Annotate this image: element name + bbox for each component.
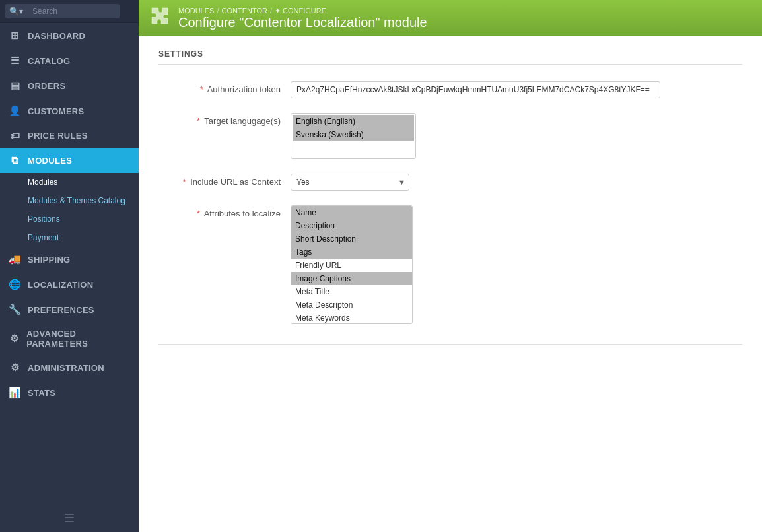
sidebar: 🔍▾ ⊞ DASHBOARD ☰ CATALOG ▤ ORDERS 👤 CUST… — [0, 0, 139, 532]
catalog-icon: ☰ — [8, 55, 22, 67]
attributes-label: * Attributes to localize — [158, 205, 291, 218]
sidebar-bottom: ☰ — [0, 504, 139, 532]
sidebar-sub-positions[interactable]: Positions — [0, 210, 139, 228]
search-input[interactable] — [27, 4, 120, 18]
required-star: * — [200, 84, 203, 94]
attr-option-name[interactable]: Name — [291, 206, 412, 219]
main-content: MODULES / CONTENTOR / ✦ CONFIGURE Config… — [139, 0, 762, 532]
authorization-token-label: * Authorization token — [158, 81, 291, 94]
breadcrumb: MODULES / CONTENTOR / ✦ CONFIGURE — [178, 7, 427, 15]
page-title: Configure "Contentor Localization" modul… — [178, 15, 427, 30]
required-star3: * — [183, 177, 186, 187]
modules-icon: ⧉ — [8, 154, 22, 166]
top-header: MODULES / CONTENTOR / ✦ CONFIGURE Config… — [139, 0, 762, 36]
sidebar-sub-modules-themes-catalog[interactable]: Modules & Themes Catalog — [0, 191, 139, 210]
attributes-select[interactable]: Name Description Short Description Tags … — [291, 205, 413, 324]
sidebar-item-price-rules[interactable]: 🏷 PRICE RULES — [0, 123, 139, 148]
breadcrumb-contentor[interactable]: CONTENTOR — [221, 7, 267, 15]
sidebar-item-shipping[interactable]: 🚚 SHIPPING — [0, 247, 139, 272]
header-content: MODULES / CONTENTOR / ✦ CONFIGURE Config… — [178, 7, 427, 30]
localization-icon: 🌐 — [8, 279, 22, 290]
attr-option-description[interactable]: Description — [291, 219, 412, 232]
sidebar-item-preferences[interactable]: 🔧 PREFERENCES — [0, 297, 139, 322]
section-divider — [158, 344, 742, 345]
attr-option-meta-keywords[interactable]: Meta Keywords — [291, 312, 412, 324]
target-language-label: * Target langugage(s) — [158, 113, 291, 126]
search-icon: 🔍 — [9, 7, 19, 16]
sidebar-item-advanced-parameters[interactable]: ⚙ ADVANCED PARAMETERS — [0, 322, 139, 355]
required-star2: * — [197, 116, 200, 126]
include-url-select[interactable]: Yes No — [291, 174, 409, 191]
sidebar-sub-payment[interactable]: Payment — [0, 228, 139, 247]
attr-option-friendly-url[interactable]: Friendly URL — [291, 259, 412, 272]
target-language-select[interactable]: English (English) Svenska (Swedish) — [291, 113, 416, 159]
sidebar-item-dashboard[interactable]: ⊞ DASHBOARD — [0, 23, 139, 48]
breadcrumb-configure: ✦ CONFIGURE — [275, 7, 326, 15]
required-star4: * — [197, 209, 200, 218]
target-language-wrap: English (English) Svenska (Swedish) — [291, 113, 742, 159]
advanced-icon: ⚙ — [8, 333, 21, 345]
sidebar-item-localization[interactable]: 🌐 LOCALIZATION — [0, 272, 139, 297]
orders-icon: ▤ — [8, 80, 22, 92]
preferences-icon: 🔧 — [8, 304, 22, 316]
target-language-row: * Target langugage(s) English (English) … — [158, 113, 742, 159]
authorization-token-row: * Authorization token — [158, 81, 742, 98]
include-url-label: * Include URL as Context — [158, 174, 291, 187]
attr-option-meta-title[interactable]: Meta Title — [291, 285, 412, 298]
include-url-select-wrap: Yes No ▼ — [291, 174, 409, 191]
module-icon — [149, 5, 170, 31]
include-url-wrap: Yes No ▼ — [291, 174, 742, 191]
search-button[interactable]: 🔍▾ — [5, 4, 27, 18]
settings-content: SETTINGS * Authorization token * Target … — [139, 36, 762, 532]
admin-icon: ⚙ — [8, 362, 22, 374]
shipping-icon: 🚚 — [8, 253, 22, 265]
stats-icon: 📊 — [8, 387, 22, 399]
breadcrumb-sep1: / — [217, 7, 219, 15]
include-url-row: * Include URL as Context Yes No ▼ — [158, 174, 742, 191]
sidebar-item-modules[interactable]: ⧉ MODULES — [0, 148, 139, 173]
sidebar-sub-modules[interactable]: Modules — [0, 173, 139, 191]
language-option-sv[interactable]: Svenska (Swedish) — [293, 128, 414, 141]
price-rules-icon: 🏷 — [8, 130, 22, 141]
attr-option-meta-desc[interactable]: Meta Descripton — [291, 298, 412, 312]
authorization-token-wrap — [291, 81, 742, 98]
sidebar-item-customers[interactable]: 👤 CUSTOMERS — [0, 98, 139, 123]
language-option-en[interactable]: English (English) — [293, 115, 414, 128]
breadcrumb-sep2: / — [270, 7, 272, 15]
sidebar-item-orders[interactable]: ▤ ORDERS — [0, 73, 139, 98]
attr-option-short-desc[interactable]: Short Description — [291, 232, 412, 246]
customers-icon: 👤 — [8, 105, 22, 117]
sidebar-item-catalog[interactable]: ☰ CATALOG — [0, 48, 139, 73]
attr-option-image-captions[interactable]: Image Captions — [291, 272, 412, 285]
settings-section: SETTINGS * Authorization token * Target … — [139, 36, 762, 358]
attr-option-tags[interactable]: Tags — [291, 246, 412, 259]
sidebar-search: 🔍▾ — [0, 0, 139, 23]
authorization-token-input[interactable] — [291, 81, 660, 98]
sidebar-item-administration[interactable]: ⚙ ADMINISTRATION — [0, 355, 139, 380]
attributes-wrap: Name Description Short Description Tags … — [291, 205, 742, 324]
attributes-row: * Attributes to localize Name Descriptio… — [158, 205, 742, 324]
sidebar-item-stats[interactable]: 📊 STATS — [0, 380, 139, 405]
settings-title: SETTINGS — [158, 50, 742, 65]
dashboard-icon: ⊞ — [8, 30, 22, 42]
hamburger-icon[interactable]: ☰ — [64, 511, 75, 525]
breadcrumb-modules[interactable]: MODULES — [178, 7, 214, 15]
